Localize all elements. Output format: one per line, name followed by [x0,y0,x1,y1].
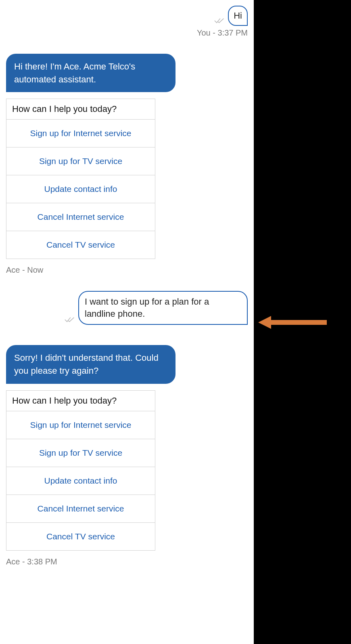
double-check-icon [65,316,75,325]
bot-message-text: Sorry! I didn't understand that. Could y… [14,353,159,376]
options-card: How can I help you today? Sign up for In… [6,390,155,551]
user-message-row: I want to sign up for a plan for a landl… [6,291,248,324]
bot-message-meta: Ace - 3:38 PM [6,557,248,566]
option-cancel-internet[interactable]: Cancel Internet service [6,495,155,523]
user-message-bubble: Hi [228,6,248,26]
option-signup-tv[interactable]: Sign up for TV service [6,439,155,467]
user-message-row: Hi [6,6,248,26]
option-signup-internet[interactable]: Sign up for Internet service [6,120,155,147]
option-cancel-internet[interactable]: Cancel Internet service [6,203,155,231]
option-signup-tv[interactable]: Sign up for TV service [6,147,155,175]
user-message-text: Hi [234,11,242,21]
option-signup-internet[interactable]: Sign up for Internet service [6,411,155,439]
double-check-icon [214,17,225,26]
bot-message-text: Hi there! I'm Ace. Acme Telco's automate… [14,61,135,84]
bot-message-bubble: Sorry! I didn't understand that. Could y… [6,345,176,384]
bot-message-meta: Ace - Now [6,265,248,275]
options-header: How can I help you today? [6,99,155,120]
annotation-arrow-icon [258,314,327,332]
option-cancel-tv[interactable]: Cancel TV service [6,523,155,550]
option-cancel-tv[interactable]: Cancel TV service [6,231,155,259]
svg-marker-0 [258,316,327,329]
options-header: How can I help you today? [6,391,155,411]
option-update-contact[interactable]: Update contact info [6,467,155,495]
user-message-text: I want to sign up for a plan for a landl… [85,297,209,319]
bot-message-bubble: Hi there! I'm Ace. Acme Telco's automate… [6,54,176,93]
options-card: How can I help you today? Sign up for In… [6,99,155,259]
chat-area: Hi You - 3:37 PM Hi there! I'm Ace. Acme… [0,0,254,644]
user-message-meta: You - 3:37 PM [6,28,248,38]
option-update-contact[interactable]: Update contact info [6,175,155,203]
user-message-bubble: I want to sign up for a plan for a landl… [78,291,248,324]
